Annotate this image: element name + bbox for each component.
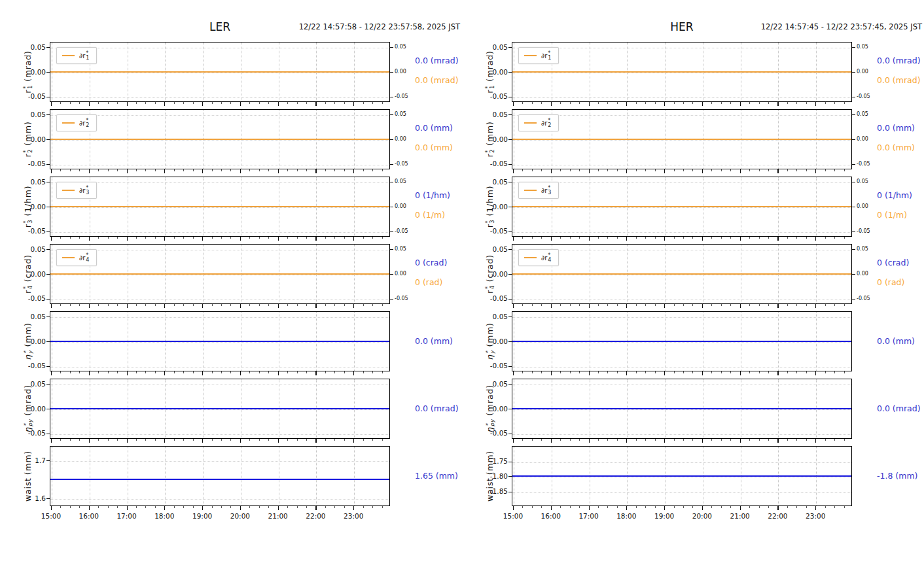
- x-major-tick: [513, 237, 514, 241]
- x-major-tick: [240, 439, 241, 443]
- x-tick-label: 18:00: [616, 512, 636, 520]
- x-major-tick: [278, 439, 279, 443]
- current-value-primary: 0 (crad): [415, 258, 447, 267]
- x-minor-tick: [249, 371, 250, 373]
- y-tick-mark: [508, 434, 512, 434]
- y-tick-mark: [508, 139, 512, 140]
- x-major-tick: [164, 169, 165, 173]
- legend-line-swatch: [524, 257, 537, 259]
- x-minor-tick: [579, 439, 580, 441]
- x-minor-tick: [655, 169, 656, 171]
- y-tick-label: 0.05: [469, 313, 508, 320]
- x-minor-tick: [579, 169, 580, 171]
- x-major-tick: [315, 102, 316, 106]
- x-minor-tick: [145, 439, 146, 441]
- x-minor-tick: [834, 439, 835, 441]
- x-minor-tick: [145, 371, 146, 373]
- subsup: *y: [485, 351, 494, 354]
- y-axis-label-base: r: [23, 224, 33, 228]
- x-major-tick: [164, 237, 165, 241]
- x-minor-tick: [249, 439, 250, 441]
- x-minor-tick: [796, 371, 797, 373]
- y-tick-label: 0.05: [469, 111, 508, 118]
- y-axis-label-unit: (1/hm): [485, 186, 495, 216]
- x-tick-label: 20:00: [230, 512, 250, 520]
- x-minor-tick: [230, 304, 231, 306]
- x-major-tick: [815, 169, 816, 173]
- y-axis-label: η*py(mrad): [485, 385, 495, 433]
- horizontal-gridline: [512, 434, 851, 435]
- right-y-tick-label: -0.05: [857, 296, 870, 301]
- x-minor-tick: [306, 304, 307, 306]
- x-minor-tick: [522, 169, 523, 171]
- x-major-tick: [278, 237, 279, 241]
- y-axis-label-base: η: [485, 354, 495, 360]
- x-minor-tick: [70, 102, 71, 104]
- x-minor-tick: [249, 102, 250, 104]
- current-value-secondary: 0 (rad): [415, 277, 442, 287]
- subsup: *2: [86, 118, 89, 128]
- subsup: *3: [485, 219, 494, 223]
- x-tick-label: 20:00: [692, 512, 712, 520]
- y-tick-mark: [508, 409, 512, 409]
- current-value-primary: 0 (1/hm): [877, 190, 912, 200]
- x-major-tick: [777, 237, 778, 241]
- x-minor-tick: [768, 304, 769, 306]
- x-minor-tick: [145, 237, 146, 239]
- x-minor-tick: [570, 304, 571, 306]
- x-minor-tick: [145, 169, 146, 171]
- x-minor-tick: [692, 506, 693, 508]
- x-minor-tick: [259, 237, 260, 239]
- x-minor-tick: [306, 371, 307, 373]
- chart-column-her: HER12/22 14:57:45 - 12/22 23:57:45, 2025…: [462, 0, 924, 565]
- right-y-tick-mark: [852, 72, 855, 73]
- y-axis-label-unit: (mm): [23, 451, 33, 475]
- x-major-tick: [664, 371, 665, 375]
- x-minor-tick: [617, 304, 618, 306]
- x-minor-tick: [598, 506, 599, 508]
- x-minor-tick: [617, 169, 618, 171]
- current-value-primary: 0.0 (mrad): [415, 56, 459, 65]
- x-major-tick: [89, 102, 90, 106]
- x-minor-tick: [117, 237, 118, 239]
- x-minor-tick: [221, 506, 222, 508]
- right-y-tick-mark: [852, 182, 855, 182]
- right-y-tick-label: 0.05: [857, 179, 868, 184]
- x-major-tick: [740, 237, 741, 241]
- x-minor-tick: [108, 506, 109, 508]
- x-minor-tick: [230, 169, 231, 171]
- right-y-tick-mark: [390, 207, 393, 207]
- legend-line-swatch: [62, 257, 75, 259]
- x-minor-tick: [655, 439, 656, 441]
- x-minor-tick: [70, 506, 71, 508]
- x-minor-tick: [136, 506, 137, 508]
- y-tick-label: 0.05: [7, 245, 46, 253]
- subscript: py: [489, 419, 494, 426]
- x-minor-tick: [212, 102, 213, 104]
- chart-column-ler: LER12/22 14:57:58 - 12/22 23:57:58, 2025…: [0, 0, 462, 565]
- x-minor-tick: [108, 371, 109, 373]
- x-minor-tick: [721, 102, 722, 104]
- x-minor-tick: [193, 439, 194, 441]
- x-minor-tick: [193, 371, 194, 373]
- subscript: y: [27, 351, 32, 354]
- x-minor-tick: [730, 506, 731, 508]
- x-major-tick: [127, 169, 128, 173]
- x-minor-tick: [382, 169, 383, 171]
- x-minor-tick: [834, 169, 835, 171]
- x-minor-tick: [522, 237, 523, 239]
- plot-panel-waist: [512, 446, 852, 506]
- x-minor-tick: [522, 102, 523, 104]
- x-minor-tick: [570, 439, 571, 441]
- x-minor-tick: [768, 506, 769, 508]
- data-line-blue: [50, 479, 389, 481]
- x-minor-tick: [711, 304, 712, 306]
- right-y-tick-mark: [852, 274, 855, 275]
- x-minor-tick: [617, 102, 618, 104]
- y-axis-label: waist(mm): [485, 451, 495, 502]
- x-minor-tick: [344, 439, 345, 441]
- x-minor-tick: [221, 439, 222, 441]
- x-minor-tick: [230, 371, 231, 373]
- x-tick-label: 15:00: [41, 512, 61, 520]
- right-y-tick-label: 0.05: [395, 179, 406, 184]
